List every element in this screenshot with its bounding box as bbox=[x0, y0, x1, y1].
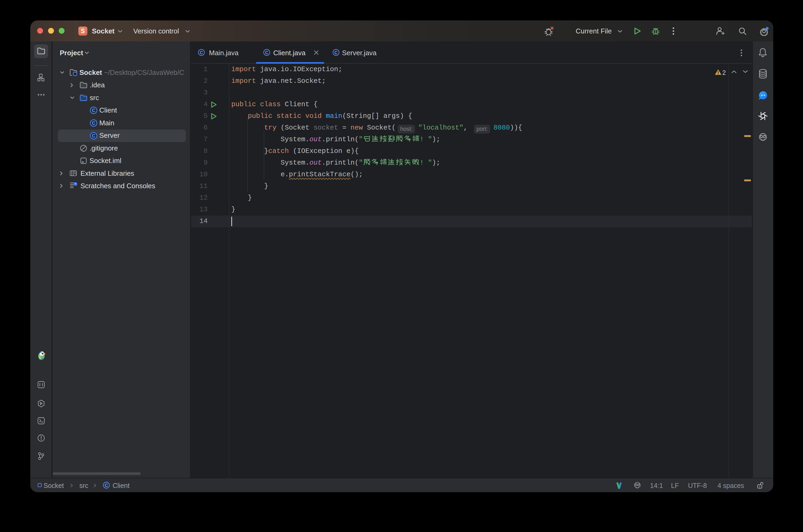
svg-text:C: C bbox=[335, 50, 338, 55]
svg-text:C: C bbox=[92, 108, 95, 113]
svg-text:C: C bbox=[92, 120, 95, 126]
svg-text:C: C bbox=[92, 133, 95, 138]
svg-text:C: C bbox=[200, 50, 203, 55]
svg-text:C: C bbox=[105, 483, 108, 488]
svg-text:C: C bbox=[265, 50, 268, 55]
